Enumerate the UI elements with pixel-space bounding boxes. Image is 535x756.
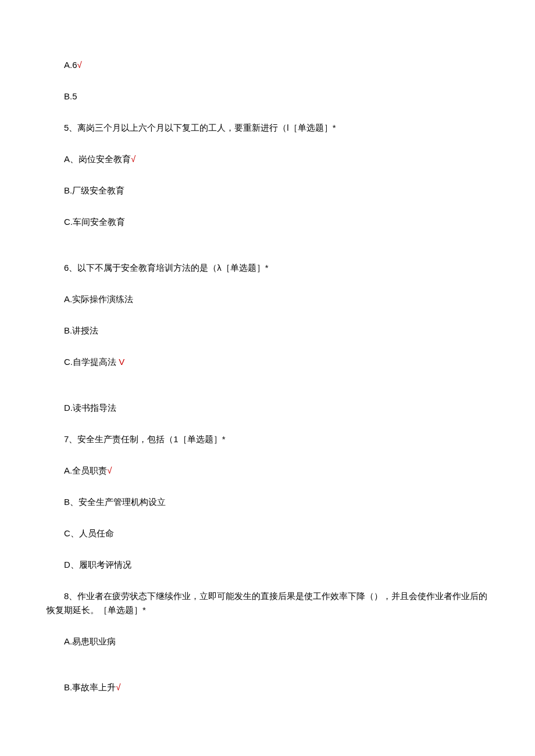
line-text: B.讲授法 [64, 325, 98, 335]
text-line: A.6√ [47, 58, 488, 72]
text-line: 7、安全生产责任制，包括（1［单选题］* [47, 432, 488, 446]
text-line: A.全员职责√ [47, 464, 488, 478]
line-text: B、安全生产管理机构设立 [64, 497, 166, 507]
text-line: B.事故率上升√ [47, 680, 488, 694]
text-line: 6、以下不属于安全教育培训方法的是（λ［单选题］* [47, 261, 488, 275]
line-text: A.6 [64, 60, 77, 70]
text-line: C.自学提高法 V [47, 355, 488, 369]
text-line: B.5 [47, 89, 488, 103]
text-line: A.易患职业病 [47, 635, 488, 648]
line-text: C.车间安全教育 [64, 217, 125, 227]
text-line: 5、离岗三个月以上六个月以下复工的工人，要重新进行（l［单选题］* [47, 121, 488, 135]
line-text: 6、以下不属于安全教育培训方法的是（λ［单选题］* [64, 263, 269, 273]
line-text: D.读书指导法 [64, 403, 116, 413]
line-text: B.厂级安全教育 [64, 185, 124, 195]
text-line: D.读书指导法 [47, 401, 488, 415]
text-line: B.厂级安全教育 [47, 184, 488, 198]
check-mark: V [119, 357, 124, 367]
text-line: B.讲授法 [47, 324, 488, 338]
text-line: C、人员任命 [47, 526, 488, 540]
line-text: A.易患职业病 [64, 636, 116, 646]
line-text: C、人员任命 [64, 528, 114, 538]
text-line: B、安全生产管理机构设立 [47, 495, 488, 509]
check-mark: √ [131, 154, 135, 164]
text-line: A、岗位安全教育√ [47, 152, 488, 166]
line-text: D、履职考评情况 [64, 560, 131, 569]
line-text: A、岗位安全教育 [64, 154, 131, 164]
text-line: A.实际操作演练法 [47, 292, 488, 306]
line-text: A.实际操作演练法 [64, 294, 133, 304]
line-text: 7、安全生产责任制，包括（1［单选题］* [64, 434, 226, 444]
line-text: B.事故率上升 [64, 682, 116, 692]
check-mark: √ [116, 682, 120, 692]
check-mark: √ [77, 60, 82, 70]
line-text: A.全员职责 [64, 465, 107, 475]
text-line: C.车间安全教育 [47, 215, 488, 229]
check-mark: √ [107, 465, 112, 475]
line-text: B.5 [64, 91, 77, 101]
text-line: 8、作业者在疲劳状态下继续作业，立即可能发生的直接后果是使工作效率下降（），并且… [47, 589, 488, 617]
line-text: C.自学提高法 [64, 357, 119, 367]
line-text: 5、离岗三个月以上六个月以下复工的工人，要重新进行（l［单选题］* [64, 123, 336, 132]
text-line: D、履职考评情况 [47, 558, 488, 572]
line-text: 8、作业者在疲劳状态下继续作业，立即可能发生的直接后果是使工作效率下降（），并且… [47, 591, 487, 615]
